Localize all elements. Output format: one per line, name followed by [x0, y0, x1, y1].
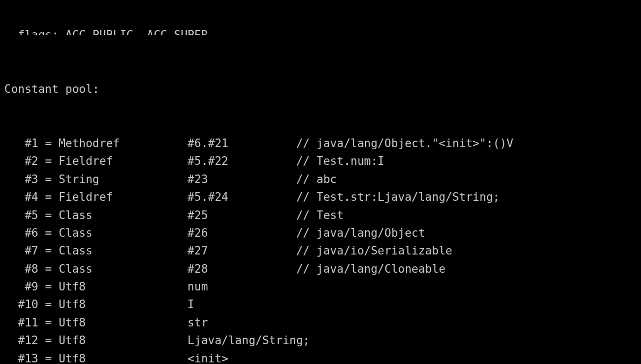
- flags-line-partial: flags: ACC_PUBLIC, ACC_SUPER: [4, 26, 637, 35]
- constant-pool-entry: #6 = Class #26 // java/lang/Object: [4, 224, 637, 242]
- constant-pool-entry: #1 = Methodref #6.#21 // java/lang/Objec…: [4, 135, 637, 152]
- constant-pool-entry: #8 = Class #28 // java/lang/Cloneable: [4, 260, 637, 278]
- constant-pool-entry: #4 = Fieldref #5.#24 // Test.str:Ljava/l…: [4, 188, 637, 206]
- constant-pool-header: Constant pool:: [4, 81, 637, 98]
- constant-pool-entry: #12 = Utf8 Ljava/lang/String;: [4, 332, 637, 350]
- constant-pool-entry: #7 = Class #27 // java/io/Serializable: [4, 242, 637, 260]
- constant-pool-entry: #13 = Utf8 <init>: [4, 350, 637, 364]
- constant-pool-entry: #10 = Utf8 I: [4, 296, 637, 314]
- constant-pool-entry: #9 = Utf8 num: [4, 278, 637, 296]
- constant-pool-entry: #5 = Class #25 // Test: [4, 207, 637, 224]
- constant-pool-entry: #3 = String #23 // abc: [4, 171, 637, 188]
- constant-pool-entry: #2 = Fieldref #5.#22 // Test.num:I: [4, 152, 637, 170]
- constant-pool-entry: #11 = Utf8 str: [4, 314, 637, 332]
- terminal-output: flags: ACC_PUBLIC, ACC_SUPER Constant po…: [0, 0, 641, 364]
